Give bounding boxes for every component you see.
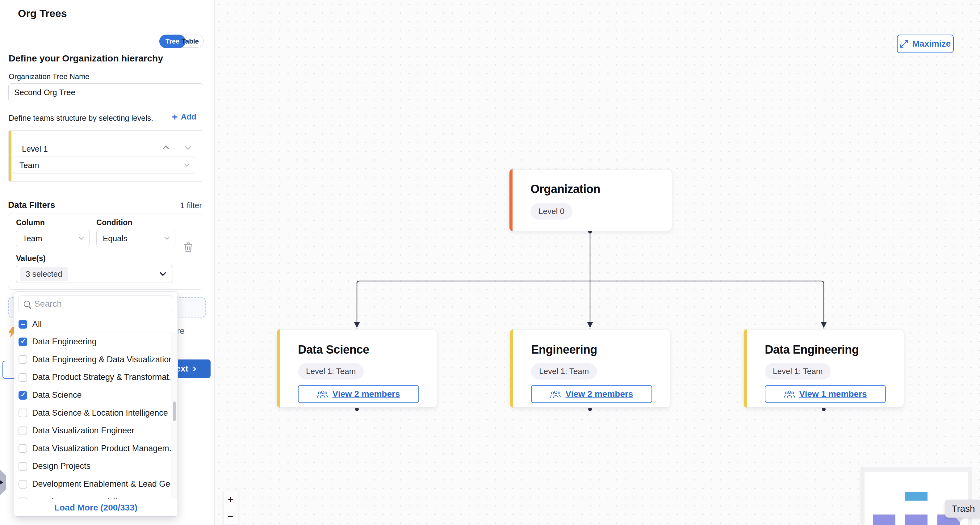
- view-members-button[interactable]: View 1 members: [765, 385, 886, 403]
- dropdown-option[interactable]: Data Engineering & Data Visualization: [14, 351, 178, 369]
- level-badge: Level 1: Team: [765, 363, 830, 380]
- dropdown-option[interactable]: Development Enablement & Lead Ge...: [14, 475, 178, 493]
- values-multiselect[interactable]: 3 selected: [16, 265, 173, 283]
- filters-count-badge: 1 filter: [180, 201, 202, 210]
- dropdown-option[interactable]: Development & Portfolio Strat...: [14, 493, 178, 499]
- load-more-button[interactable]: Load More (200/333): [14, 499, 178, 516]
- node-title: Engineering: [531, 343, 662, 356]
- obscured-text-fragment: re: [177, 326, 185, 336]
- members-group-icon: [784, 390, 795, 398]
- level-accent-bar: [744, 329, 747, 408]
- level-badge: Level 0: [530, 203, 573, 220]
- zoom-out-button[interactable]: −: [224, 508, 238, 525]
- minimap-child-node: [873, 514, 896, 525]
- dropdown-scrollbar-thumb[interactable]: [173, 401, 176, 421]
- view-members-link[interactable]: View 1 members: [799, 389, 867, 399]
- dropdown-option[interactable]: Data Science: [14, 387, 178, 404]
- option-checkbox[interactable]: [19, 498, 27, 499]
- view-members-link[interactable]: View 2 members: [566, 389, 633, 399]
- trash-icon: [183, 242, 193, 253]
- tree-name-input[interactable]: [8, 83, 203, 101]
- view-members-button[interactable]: View 2 members: [531, 385, 652, 403]
- search-icon: [24, 301, 30, 307]
- column-select[interactable]: Team: [16, 230, 89, 247]
- column-label: Column: [16, 218, 45, 227]
- play-icon: [0, 479, 3, 486]
- org-edges: [215, 0, 980, 525]
- dropdown-option-list: Data Engineering Data Engineering & Data…: [14, 333, 178, 499]
- level-badge: Level 1: Team: [531, 363, 597, 380]
- view-members-link[interactable]: View 2 members: [332, 389, 400, 399]
- minimap-root-node: [905, 492, 928, 501]
- node-title: Data Engineering: [765, 343, 896, 356]
- org-chart-canvas[interactable]: Organization Level 0 Data Science Level …: [214, 0, 980, 525]
- plus-icon: +: [172, 112, 178, 122]
- values-label: Value(s): [16, 254, 46, 263]
- column-value: Team: [22, 234, 42, 243]
- maximize-label: Maximize: [912, 39, 951, 49]
- level-title: Level 1: [22, 144, 48, 154]
- chevron-down-icon: [160, 270, 166, 276]
- level-type-value: Team: [19, 161, 39, 170]
- dropdown-option[interactable]: Data Engineering: [14, 333, 178, 351]
- option-checkbox[interactable]: [19, 426, 27, 435]
- zoom-controls[interactable]: + −: [223, 491, 238, 525]
- maximize-button[interactable]: Maximize: [897, 35, 954, 53]
- option-checkbox[interactable]: [19, 444, 27, 453]
- org-node-data-engineering[interactable]: Data Engineering Level 1: Team View 1 me…: [743, 329, 904, 408]
- condition-label: Condition: [96, 218, 132, 227]
- level-type-select[interactable]: Team: [13, 157, 195, 174]
- trash-tooltip: Trash: [945, 500, 980, 518]
- levels-hint: Define teams structure by selecting leve…: [9, 114, 153, 123]
- indeterminate-checkbox[interactable]: [19, 320, 27, 329]
- chevron-down-icon: [185, 162, 189, 167]
- option-label: Data Engineering: [32, 337, 97, 347]
- option-checkbox[interactable]: [19, 391, 27, 399]
- search-input[interactable]: [34, 299, 168, 309]
- select-all-option[interactable]: All: [14, 317, 178, 332]
- condition-value: Equals: [103, 234, 127, 243]
- condition-select[interactable]: Equals: [96, 230, 175, 247]
- dropdown-option[interactable]: Data Science & Location Intelligence: [14, 404, 178, 422]
- chevron-down-icon: [79, 235, 84, 240]
- option-label: Development Enablement & Lead Ge...: [32, 479, 177, 489]
- option-label: Data Science & Location Intelligence: [32, 408, 168, 418]
- option-checkbox[interactable]: [19, 480, 27, 488]
- option-checkbox[interactable]: [19, 409, 27, 417]
- zoom-in-button[interactable]: +: [224, 492, 238, 508]
- dropdown-option[interactable]: Data Visualization Product Managem...: [14, 440, 178, 458]
- dropdown-option[interactable]: Data Product Strategy & Transformat...: [14, 368, 178, 387]
- view-members-button[interactable]: View 2 members: [298, 385, 419, 403]
- option-checkbox[interactable]: [19, 337, 27, 346]
- selected-count-chip: 3 selected: [20, 267, 68, 281]
- select-all-label: All: [32, 319, 42, 329]
- add-level-button[interactable]: + Add: [172, 112, 196, 122]
- level-accent-bar: [9, 130, 11, 181]
- members-group-icon: [317, 390, 328, 398]
- level-accent-bar: [510, 329, 513, 408]
- level-accent-bar: [277, 329, 280, 408]
- org-node-engineering[interactable]: Engineering Level 1: Team View 2 members: [510, 329, 670, 408]
- node-title: Data Science: [298, 343, 429, 356]
- option-checkbox[interactable]: [19, 355, 27, 364]
- dropdown-search[interactable]: [19, 296, 173, 312]
- option-label: Development & Portfolio Strat...: [32, 497, 149, 499]
- dropdown-option[interactable]: Design Projects: [14, 457, 178, 475]
- node-title: Organization: [530, 183, 664, 196]
- delete-filter-button[interactable]: [183, 242, 194, 253]
- level-card: Level 1: [8, 130, 203, 181]
- org-node-root[interactable]: Organization Level 0: [509, 169, 672, 231]
- toggle-table[interactable]: Table: [181, 35, 199, 48]
- chevron-down-icon: [165, 235, 170, 240]
- root-accent-bar: [509, 169, 512, 231]
- data-filters-heading: Data Filters: [8, 200, 55, 210]
- view-toggle[interactable]: Tree Table: [159, 35, 204, 48]
- option-checkbox[interactable]: [19, 373, 27, 382]
- option-checkbox[interactable]: [19, 462, 27, 471]
- org-node-data-science[interactable]: Data Science Level 1: Team View 2 member…: [277, 329, 437, 408]
- tree-name-label: Organization Tree Name: [9, 72, 89, 81]
- hierarchy-heading: Define your Organization hierarchy: [9, 53, 163, 64]
- assistant-peek-widget[interactable]: [0, 465, 6, 500]
- option-label: Data Science: [32, 390, 82, 400]
- dropdown-option[interactable]: Data Visualization Engineer: [14, 422, 178, 440]
